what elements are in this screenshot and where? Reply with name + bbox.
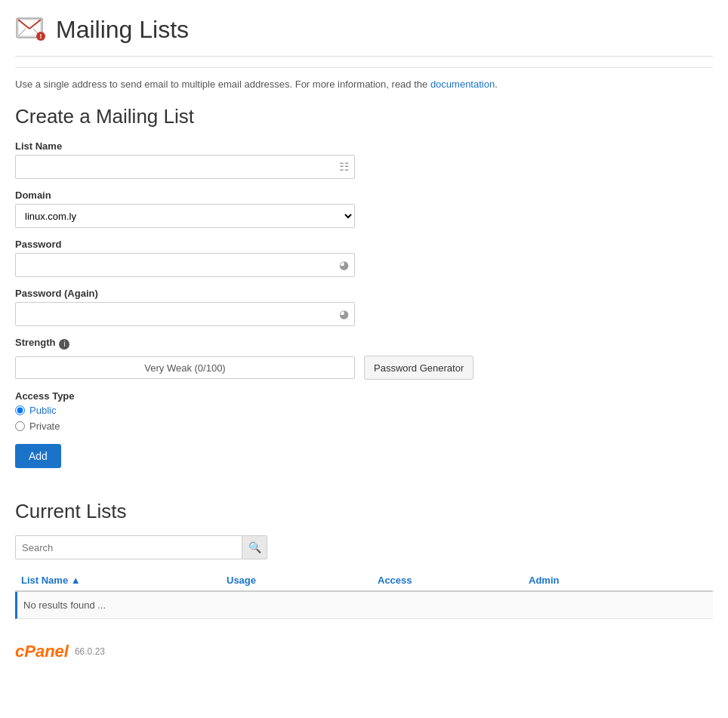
empty-row: No results found ... [15,592,713,619]
password-label: Password [15,239,713,250]
empty-message: No results found ... [23,599,106,611]
cpanel-brand: cPanel [15,642,69,661]
password-again-input[interactable] [15,302,355,326]
strength-group: Strength i Very Weak (0/100) Password Ge… [15,337,713,380]
search-button[interactable]: 🔍 [242,535,267,559]
version-text: 66.0.23 [75,646,105,657]
add-button[interactable]: Add [15,444,61,468]
column-header-usage[interactable]: Usage [227,575,378,586]
password-again-label: Password (Again) [15,288,713,299]
search-icon: 🔍 [248,541,261,553]
column-header-admin[interactable]: Admin [529,575,680,586]
access-type-public-label: Public [29,405,56,416]
strength-label-row: Strength i [15,337,713,351]
page-header: ! Mailing Lists [15,14,713,57]
domain-group: Domain linux.com.ly [15,190,713,228]
strength-info-icon[interactable]: i [59,339,69,350]
password-input[interactable] [15,253,355,277]
strength-bar: Very Weak (0/100) [15,356,355,379]
list-name-group: List Name ☷ [15,140,713,179]
page-description: Use a single address to send email to mu… [15,79,713,90]
create-section-title: Create a Mailing List [15,105,713,128]
page-title: Mailing Lists [56,16,189,44]
domain-select[interactable]: linux.com.ly [15,204,355,228]
documentation-link[interactable]: documentation [430,79,495,90]
access-type-group: Access Type Public Private [15,390,713,432]
access-type-public-option[interactable]: Public [15,405,713,416]
password-group: Password ◕ [15,239,713,277]
cpanel-logo-text: cPanel [15,642,69,661]
access-type-private-label: Private [29,421,60,432]
strength-label: Strength [15,337,55,348]
list-name-input[interactable] [15,155,355,179]
search-row: 🔍 [15,535,713,559]
access-type-private-option[interactable]: Private [15,421,713,432]
access-type-label: Access Type [15,390,713,402]
password-again-group: Password (Again) ◕ [15,288,713,326]
current-lists-title: Current Lists [15,500,713,523]
list-name-label: List Name [15,140,713,152]
footer: cPanel 66.0.23 [15,642,713,661]
current-lists-section: Current Lists 🔍 List Name ▲ Usage Access… [15,500,713,619]
column-header-list-name[interactable]: List Name ▲ [15,575,227,586]
column-header-access[interactable]: Access [378,575,529,586]
strength-value: Very Weak (0/100) [144,362,225,374]
search-input[interactable] [15,535,242,559]
password-generator-button[interactable]: Password Generator [364,356,474,380]
password-again-input-wrapper: ◕ [15,302,355,326]
mailing-lists-icon: ! [15,14,47,45]
domain-label: Domain [15,190,713,201]
svg-text:!: ! [40,32,42,40]
strength-row: Very Weak (0/100) Password Generator [15,356,713,380]
password-input-wrapper: ◕ [15,253,355,277]
access-type-public-radio[interactable] [15,405,25,415]
list-name-input-wrapper: ☷ [15,155,355,179]
access-type-private-radio[interactable] [15,421,25,431]
table-header: List Name ▲ Usage Access Admin [15,570,713,592]
